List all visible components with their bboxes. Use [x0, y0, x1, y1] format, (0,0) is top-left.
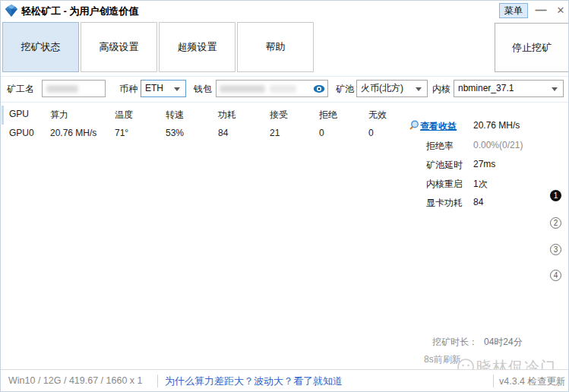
magnifier-icon [408, 120, 419, 131]
miner-name-label: 矿工名 [7, 83, 34, 96]
divider [157, 375, 158, 387]
tab-advanced-settings[interactable]: 高级设置 [81, 22, 157, 72]
divider [493, 375, 494, 387]
cell-temperature: 71° [115, 128, 166, 138]
kernel-label: 内核 [432, 83, 450, 96]
total-hashrate-value: 20.76 MH/s [473, 120, 520, 131]
col-gpu: GPU [9, 109, 50, 122]
system-info: Win10 / 12G / 419.67 / 1660 x 1 [8, 375, 143, 386]
tab-label: 超频设置 [178, 40, 217, 54]
cell-hashrate: 20.76 MH/s [50, 128, 115, 138]
gpu-table-row: GPU0 20.76 MH/s 71° 53% 84 21 0 0 [9, 128, 414, 138]
stop-mining-button[interactable]: 停止挖矿 [495, 23, 569, 72]
col-rejected: 拒绝 [319, 109, 368, 122]
pool-latency-label: 矿池延时 [426, 159, 463, 172]
redacted-miner-name [46, 85, 78, 93]
view-income-link[interactable]: 查看收益 [420, 120, 457, 133]
chevron-down-icon [552, 87, 558, 91]
page-indicator-4[interactable]: 4 [550, 270, 561, 281]
page-indicator-1[interactable]: 1 [550, 190, 561, 201]
coin-label: 币种 [119, 83, 138, 96]
miner-name-input[interactable] [42, 80, 106, 97]
table-scroll-accent [2, 106, 4, 125]
pool-select[interactable]: 火币(北方) [356, 80, 428, 97]
col-hashrate: 算力 [50, 109, 115, 122]
redacted-wallet [270, 85, 296, 93]
page-indicator-2[interactable]: 2 [550, 217, 561, 229]
cell-fan-speed: 53% [166, 128, 218, 138]
separator [1, 102, 568, 103]
close-button[interactable]: ✕ [553, 2, 568, 19]
pool-latency-value: 27ms [473, 159, 495, 169]
wallet-input[interactable] [216, 80, 328, 97]
minimize-button[interactable]: — [532, 2, 550, 19]
tab-mining-status[interactable]: 挖矿状态 [2, 22, 79, 72]
gpu-power-value: 84 [473, 197, 483, 207]
mining-duration-label: 挖矿时长： [432, 336, 478, 349]
app-logo-icon [5, 5, 17, 17]
pool-value: 火币(北方) [361, 83, 403, 93]
menu-button[interactable]: 菜单 [499, 3, 528, 18]
page-indicator-3[interactable]: 3 [550, 244, 561, 255]
col-fan-speed: 转速 [166, 109, 218, 122]
cell-accepted: 21 [270, 128, 319, 138]
gpu-power-label: 显卡功耗 [426, 197, 463, 210]
kernel-restart-label: 内核重启 [426, 178, 463, 191]
hashrate-tip-link[interactable]: 为什么算力差距大？波动大？看了就知道 [165, 375, 343, 388]
col-power: 功耗 [218, 109, 270, 122]
tab-label: 挖矿状态 [21, 40, 61, 54]
separator [1, 76, 568, 77]
tab-label: 高级设置 [100, 40, 139, 54]
tab-help[interactable]: 帮助 [237, 22, 314, 72]
reject-rate-value: 0.00%(0/21) [473, 140, 523, 150]
cell-invalid: 0 [368, 128, 414, 138]
coin-value: ETH [145, 83, 163, 93]
kernel-value: nbminer_37.1 [458, 83, 514, 93]
col-temperature: 温度 [115, 109, 166, 122]
reject-rate-label: 拒绝率 [426, 140, 454, 153]
col-invalid: 无效 [368, 109, 414, 122]
cell-power: 84 [218, 128, 270, 138]
version-check-update[interactable]: v4.3.4 检查更新 [499, 375, 566, 388]
pool-label: 矿池 [336, 83, 354, 96]
cell-gpu-name: GPU0 [9, 128, 50, 138]
tab-overclock-settings[interactable]: 超频设置 [159, 22, 236, 72]
wallet-label: 钱包 [194, 83, 212, 96]
window-title: 轻松矿工 - 为用户创造价值 [21, 5, 139, 18]
chevron-down-icon [416, 87, 422, 91]
app-window: 轻松矿工 - 为用户创造价值 菜单 — ✕ 挖矿状态 高级设置 超频设置 帮助 … [0, 0, 569, 392]
gpu-table-header: GPU 算力 温度 转速 功耗 接受 拒绝 无效 [9, 109, 414, 122]
kernel-restart-value: 1次 [473, 178, 488, 191]
status-bar: Win10 / 12G / 419.67 / 1660 x 1 为什么算力差距大… [1, 369, 568, 391]
kernel-select[interactable]: nbminer_37.1 [454, 80, 564, 97]
show-wallet-eye-icon[interactable] [313, 83, 325, 95]
mining-duration-value: 04时24分 [484, 336, 523, 349]
coin-select[interactable]: ETH [141, 80, 186, 97]
chevron-down-icon [174, 87, 180, 91]
col-accepted: 接受 [270, 109, 319, 122]
cell-rejected: 0 [319, 128, 368, 138]
tab-label: 帮助 [266, 40, 286, 54]
redacted-wallet [220, 85, 265, 93]
